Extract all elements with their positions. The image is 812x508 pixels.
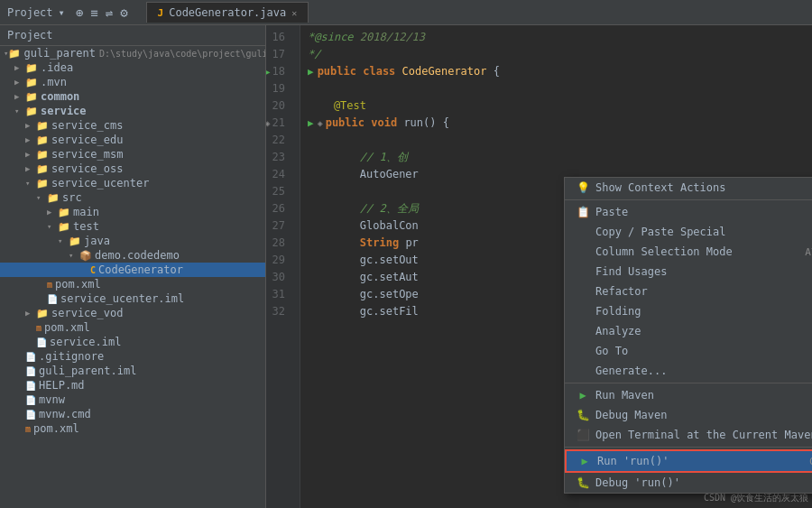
tree-item-service-vod[interactable]: ▶ 📁 service_vod — [0, 306, 265, 320]
editor-tab[interactable]: J CodeGenerator.java ✕ — [146, 2, 309, 23]
line-num-26: 26 — [266, 200, 292, 217]
line-num-19: 19 — [266, 80, 292, 97]
ctx-open-terminal[interactable]: ⬛ Open Terminal at the Current Maven Mo — [565, 425, 812, 445]
ctx-separator-2 — [565, 383, 812, 383]
iml-icon: 📄 — [47, 294, 58, 304]
folder-icon: 📁 — [58, 207, 70, 218]
line-num-31: 31 — [266, 286, 292, 303]
tree-item-common[interactable]: ▶ 📁 common — [0, 89, 265, 104]
java-class-icon: C — [90, 265, 96, 275]
tree-label-service-ucenter-iml: service_ucenter.iml — [60, 292, 184, 305]
tree-item-src[interactable]: ▾ 📁 src — [0, 190, 265, 205]
ctx-debug-run[interactable]: 🐛 Debug 'run()' — [565, 473, 812, 493]
expand-arrow: ▶ — [14, 63, 25, 72]
tree-item-guli-iml[interactable]: 📄 guli_parent.iml — [0, 364, 265, 378]
tree-label-java: java — [84, 235, 110, 247]
tree-item-java[interactable]: ▾ 📁 java — [0, 234, 265, 248]
ctx-shortcut-column: Alt+Sh — [805, 246, 812, 258]
tree-item-codegenerator[interactable]: C CodeGenerator — [0, 263, 265, 277]
tree-label-service-ucenter: service_ucenter — [51, 177, 149, 189]
ctx-find-usages[interactable]: Find Usages — [565, 262, 812, 282]
git-icon: 📄 — [25, 352, 36, 362]
expand-arrow: ▶ — [14, 92, 25, 101]
folder-icon: 📁 — [36, 120, 49, 132]
folder-icon: 📁 — [36, 149, 49, 161]
icon-settings[interactable]: ⚙ — [120, 5, 127, 20]
tree-item-pom-root[interactable]: m pom.xml — [0, 421, 265, 436]
tree-item-guli-parent[interactable]: ▾ 📁 guli_parent D:\study\java\code\proje… — [0, 46, 265, 60]
project-path: D:\study\java\code\project\guli_p — [99, 49, 266, 59]
line-num-21: ◈21 — [266, 115, 292, 132]
tree-item-service-edu[interactable]: ▶ 📁 service_edu — [0, 133, 265, 147]
ctx-goto[interactable]: Go To ▶ — [565, 341, 812, 361]
tree-item-pom-ucenter[interactable]: m pom.xml — [0, 277, 265, 291]
tree-item-idea[interactable]: ▶ 📁 .idea — [0, 60, 265, 75]
tree-label-guli-iml: guli_parent.iml — [39, 365, 136, 377]
tree-item-pom-service[interactable]: m pom.xml — [0, 320, 265, 335]
folder-icon: 📁 — [25, 91, 38, 103]
folder-icon: 📁 — [25, 106, 38, 117]
tree-item-service-iml[interactable]: 📄 service.iml — [0, 335, 265, 349]
project-dropdown-icon[interactable]: ▾ — [59, 6, 65, 19]
expand-arrow: ▶ — [47, 208, 58, 217]
icon-add[interactable]: ⊕ — [76, 5, 83, 20]
tree-item-main[interactable]: ▶ 📁 main — [0, 205, 265, 219]
line-num-32: 32 — [266, 303, 292, 320]
folder-icon: 📁 — [47, 192, 60, 204]
sidebar: Project ▾ 📁 guli_parent D:\study\java\co… — [0, 25, 266, 508]
tree-item-service-oss[interactable]: ▶ 📁 service_oss — [0, 162, 265, 176]
lightbulb-icon: 💡 — [576, 181, 590, 194]
tree-label-package: demo.codedemo — [95, 249, 180, 262]
ctx-label-run-maven: Run Maven — [595, 389, 654, 402]
icon-structure[interactable]: ≡ — [90, 5, 97, 20]
tree-label-mvnw: mvnw — [39, 393, 65, 406]
file-icon: 📄 — [25, 410, 36, 420]
tree-item-test[interactable]: ▾ 📁 test — [0, 219, 265, 234]
ctx-generate[interactable]: Generate... A — [565, 361, 812, 381]
tree-item-help[interactable]: 📄 HELP.md — [0, 378, 265, 393]
tree-label-service: service — [41, 105, 87, 117]
tree-item-mvn[interactable]: ▶ 📁 .mvn — [0, 75, 265, 89]
ctx-run-run[interactable]: ▶ Run 'run()' Ctrl+ — [565, 449, 812, 473]
ctx-copy-paste-special[interactable]: Copy / Paste Special ▶ — [565, 222, 812, 242]
paste-icon: 📋 — [576, 206, 590, 218]
folder-icon: 📁 — [25, 77, 38, 88]
tree-item-mvnw[interactable]: 📄 mvnw — [0, 393, 265, 407]
tree-item-service[interactable]: ▾ 📁 service — [0, 104, 265, 118]
ctx-folding[interactable]: Folding ▶ — [565, 301, 812, 321]
ctx-run-maven[interactable]: ▶ Run Maven ▶ — [565, 385, 812, 405]
tree-label-mvnw-cmd: mvnw.cmd — [39, 408, 91, 420]
title-bar-icons: ⊕ ≡ ⇌ ⚙ — [76, 5, 128, 20]
ctx-refactor[interactable]: Refactor ▶ — [565, 282, 812, 301]
line-num-18: ▶18 — [266, 63, 292, 80]
tree-label-pom-root: pom.xml — [33, 422, 79, 435]
tab-close-icon[interactable]: ✕ — [291, 8, 297, 18]
tree-item-service-ucenter[interactable]: ▾ 📁 service_ucenter — [0, 176, 265, 190]
tree-label-service-oss: service_oss — [51, 162, 123, 175]
ctx-column-selection[interactable]: Column Selection Mode Alt+Sh — [565, 242, 812, 262]
line-num-20: 20 — [266, 97, 292, 115]
watermark: CSDN @饮食生活的灰太狼 — [704, 492, 808, 504]
code-line-22 — [308, 132, 805, 149]
tree-item-service-ucenter-iml[interactable]: 📄 service_ucenter.iml — [0, 291, 265, 306]
ctx-analyze[interactable]: Analyze ▶ — [565, 321, 812, 341]
folder-icon: 📁 — [25, 62, 38, 74]
expand-arrow: ▶ — [25, 309, 36, 318]
tree-item-gitignore[interactable]: 📄 .gitignore — [0, 349, 265, 364]
folder-icon: 📁 — [58, 221, 70, 233]
ctx-paste[interactable]: 📋 Paste — [565, 202, 812, 222]
java-file-icon: J — [158, 7, 164, 19]
main-area: Project ▾ 📁 guli_parent D:\study\java\co… — [0, 25, 812, 508]
tree-item-package[interactable]: ▾ 📦 demo.codedemo — [0, 248, 265, 263]
tree-item-service-msm[interactable]: ▶ 📁 service_msm — [0, 147, 265, 162]
icon-sync[interactable]: ⇌ — [106, 5, 113, 20]
tree-item-mvnw-cmd[interactable]: 📄 mvnw.cmd — [0, 407, 265, 421]
execution-arrow-18: ▶ — [308, 63, 314, 80]
editor-area[interactable]: 16 17 ▶18 19 20 ◈21 22 23 24 25 26 27 28… — [266, 25, 812, 508]
ctx-show-context-actions[interactable]: 💡 Show Context Actions — [565, 178, 812, 198]
expand-arrow: ▾ — [14, 106, 25, 115]
ctx-debug-maven[interactable]: 🐛 Debug Maven ▶ — [565, 405, 812, 425]
run-maven-icon: ▶ — [576, 389, 590, 402]
tree-label-common: common — [41, 90, 79, 103]
tree-item-service-cms[interactable]: ▶ 📁 service_cms — [0, 118, 265, 133]
